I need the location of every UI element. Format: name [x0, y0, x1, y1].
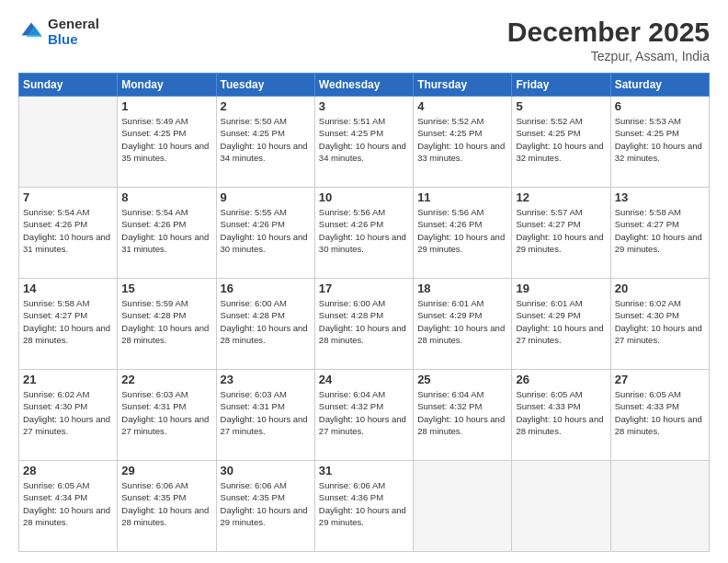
day-number: 24	[319, 373, 409, 386]
day-number: 1	[121, 99, 211, 113]
day-cell: 8Sunrise: 5:54 AMSunset: 4:26 PMDaylight…	[118, 188, 216, 279]
day-cell: 17Sunrise: 6:00 AMSunset: 4:28 PMDayligh…	[314, 279, 413, 370]
logo-general: General	[48, 17, 99, 32]
day-cell: 25Sunrise: 6:04 AMSunset: 4:32 PMDayligh…	[414, 370, 512, 461]
day-info: Sunrise: 5:58 AMSunset: 4:27 PMDaylight:…	[615, 206, 705, 255]
day-info: Sunrise: 6:00 AMSunset: 4:28 PMDaylight:…	[221, 297, 311, 346]
day-cell: 29Sunrise: 6:06 AMSunset: 4:35 PMDayligh…	[118, 461, 216, 552]
day-cell: 22Sunrise: 6:03 AMSunset: 4:31 PMDayligh…	[118, 370, 216, 461]
day-number: 25	[417, 373, 507, 386]
day-cell: 10Sunrise: 5:56 AMSunset: 4:26 PMDayligh…	[314, 188, 413, 279]
day-info: Sunrise: 6:04 AMSunset: 4:32 PMDaylight:…	[319, 388, 409, 437]
day-info: Sunrise: 5:55 AMSunset: 4:26 PMDaylight:…	[221, 206, 311, 255]
day-info: Sunrise: 5:56 AMSunset: 4:26 PMDaylight:…	[319, 206, 409, 255]
title-block: December 2025 Tezpur, Assam, India	[507, 17, 710, 63]
day-number: 19	[516, 282, 606, 295]
col-monday: Monday	[118, 74, 216, 97]
month-title: December 2025	[507, 17, 710, 47]
day-cell: 4Sunrise: 5:52 AMSunset: 4:25 PMDaylight…	[414, 97, 512, 188]
day-cell: 12Sunrise: 5:57 AMSunset: 4:27 PMDayligh…	[512, 188, 610, 279]
day-number: 15	[121, 282, 211, 295]
day-cell: 23Sunrise: 6:03 AMSunset: 4:31 PMDayligh…	[216, 370, 314, 461]
location: Tezpur, Assam, India	[507, 49, 710, 63]
day-info: Sunrise: 6:05 AMSunset: 4:33 PMDaylight:…	[615, 388, 705, 437]
day-number: 21	[23, 373, 113, 386]
day-info: Sunrise: 6:05 AMSunset: 4:33 PMDaylight:…	[516, 388, 606, 437]
day-info: Sunrise: 6:02 AMSunset: 4:30 PMDaylight:…	[615, 297, 705, 346]
day-info: Sunrise: 6:05 AMSunset: 4:34 PMDaylight:…	[23, 479, 113, 528]
day-info: Sunrise: 5:57 AMSunset: 4:27 PMDaylight:…	[516, 206, 606, 255]
day-number: 7	[23, 190, 113, 204]
day-cell: 1Sunrise: 5:49 AMSunset: 4:25 PMDaylight…	[118, 97, 216, 188]
day-number: 5	[516, 99, 606, 113]
day-number: 14	[23, 282, 113, 295]
day-cell: 18Sunrise: 6:01 AMSunset: 4:29 PMDayligh…	[414, 279, 512, 370]
day-number: 30	[221, 464, 311, 477]
day-cell: 3Sunrise: 5:51 AMSunset: 4:25 PMDaylight…	[314, 97, 413, 188]
week-row-1: 1Sunrise: 5:49 AMSunset: 4:25 PMDaylight…	[19, 97, 710, 188]
col-tuesday: Tuesday	[216, 74, 314, 97]
day-info: Sunrise: 5:51 AMSunset: 4:25 PMDaylight:…	[319, 115, 409, 164]
day-cell	[610, 461, 709, 552]
day-number: 6	[615, 99, 705, 113]
day-number: 3	[319, 99, 409, 113]
day-cell: 20Sunrise: 6:02 AMSunset: 4:30 PMDayligh…	[610, 279, 709, 370]
col-wednesday: Wednesday	[314, 74, 413, 97]
day-cell: 14Sunrise: 5:58 AMSunset: 4:27 PMDayligh…	[19, 279, 118, 370]
day-info: Sunrise: 6:01 AMSunset: 4:29 PMDaylight:…	[516, 297, 606, 346]
day-cell: 24Sunrise: 6:04 AMSunset: 4:32 PMDayligh…	[314, 370, 413, 461]
day-number: 11	[417, 190, 507, 204]
calendar-table: Sunday Monday Tuesday Wednesday Thursday…	[18, 73, 710, 552]
header: General Blue December 2025 Tezpur, Assam…	[18, 17, 710, 63]
day-info: Sunrise: 6:06 AMSunset: 4:35 PMDaylight:…	[221, 479, 311, 528]
day-number: 23	[221, 373, 311, 386]
day-number: 10	[319, 190, 409, 204]
day-info: Sunrise: 6:03 AMSunset: 4:31 PMDaylight:…	[221, 388, 311, 437]
day-cell: 19Sunrise: 6:01 AMSunset: 4:29 PMDayligh…	[512, 279, 610, 370]
logo-icon	[18, 19, 44, 45]
day-cell: 9Sunrise: 5:55 AMSunset: 4:26 PMDaylight…	[216, 188, 314, 279]
day-number: 9	[221, 190, 311, 204]
header-row: Sunday Monday Tuesday Wednesday Thursday…	[19, 74, 710, 97]
calendar-page: General Blue December 2025 Tezpur, Assam…	[0, 0, 728, 563]
col-thursday: Thursday	[414, 74, 512, 97]
day-info: Sunrise: 5:56 AMSunset: 4:26 PMDaylight:…	[417, 206, 507, 255]
day-cell: 11Sunrise: 5:56 AMSunset: 4:26 PMDayligh…	[414, 188, 512, 279]
day-info: Sunrise: 5:52 AMSunset: 4:25 PMDaylight:…	[516, 115, 606, 164]
day-number: 31	[319, 464, 409, 477]
day-number: 22	[121, 373, 211, 386]
day-cell: 13Sunrise: 5:58 AMSunset: 4:27 PMDayligh…	[610, 188, 709, 279]
day-number: 8	[121, 190, 211, 204]
day-info: Sunrise: 6:01 AMSunset: 4:29 PMDaylight:…	[417, 297, 507, 346]
day-cell: 28Sunrise: 6:05 AMSunset: 4:34 PMDayligh…	[19, 461, 118, 552]
day-info: Sunrise: 5:50 AMSunset: 4:25 PMDaylight:…	[221, 115, 311, 164]
day-info: Sunrise: 6:02 AMSunset: 4:30 PMDaylight:…	[23, 388, 113, 437]
day-cell: 5Sunrise: 5:52 AMSunset: 4:25 PMDaylight…	[512, 97, 610, 188]
day-number: 18	[417, 282, 507, 295]
week-row-3: 14Sunrise: 5:58 AMSunset: 4:27 PMDayligh…	[19, 279, 710, 370]
day-number: 4	[417, 99, 507, 113]
day-cell: 7Sunrise: 5:54 AMSunset: 4:26 PMDaylight…	[19, 188, 118, 279]
day-cell: 27Sunrise: 6:05 AMSunset: 4:33 PMDayligh…	[610, 370, 709, 461]
day-info: Sunrise: 5:58 AMSunset: 4:27 PMDaylight:…	[23, 297, 113, 346]
col-saturday: Saturday	[610, 74, 709, 97]
day-info: Sunrise: 6:06 AMSunset: 4:36 PMDaylight:…	[319, 479, 409, 528]
day-info: Sunrise: 6:00 AMSunset: 4:28 PMDaylight:…	[319, 297, 409, 346]
day-cell: 15Sunrise: 5:59 AMSunset: 4:28 PMDayligh…	[118, 279, 216, 370]
week-row-5: 28Sunrise: 6:05 AMSunset: 4:34 PMDayligh…	[19, 461, 710, 552]
day-cell: 21Sunrise: 6:02 AMSunset: 4:30 PMDayligh…	[19, 370, 118, 461]
day-number: 17	[319, 282, 409, 295]
day-info: Sunrise: 5:52 AMSunset: 4:25 PMDaylight:…	[417, 115, 507, 164]
day-cell: 2Sunrise: 5:50 AMSunset: 4:25 PMDaylight…	[216, 97, 314, 188]
day-cell: 26Sunrise: 6:05 AMSunset: 4:33 PMDayligh…	[512, 370, 610, 461]
day-number: 29	[121, 464, 211, 477]
day-cell: 16Sunrise: 6:00 AMSunset: 4:28 PMDayligh…	[216, 279, 314, 370]
day-cell: 6Sunrise: 5:53 AMSunset: 4:25 PMDaylight…	[610, 97, 709, 188]
day-info: Sunrise: 6:04 AMSunset: 4:32 PMDaylight:…	[417, 388, 507, 437]
day-number: 26	[516, 373, 606, 386]
week-row-2: 7Sunrise: 5:54 AMSunset: 4:26 PMDaylight…	[19, 188, 710, 279]
day-cell: 30Sunrise: 6:06 AMSunset: 4:35 PMDayligh…	[216, 461, 314, 552]
day-info: Sunrise: 5:54 AMSunset: 4:26 PMDaylight:…	[23, 206, 113, 255]
day-info: Sunrise: 5:49 AMSunset: 4:25 PMDaylight:…	[121, 115, 211, 164]
day-number: 2	[221, 99, 311, 113]
